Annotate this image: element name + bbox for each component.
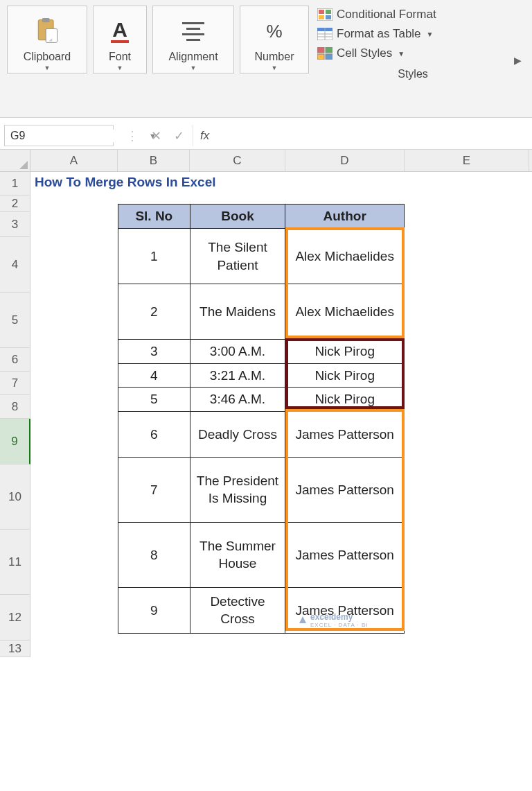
- cancel-icon[interactable]: ✕: [151, 128, 161, 144]
- cell-E10[interactable]: [405, 464, 529, 530]
- cell-book[interactable]: 3:46 A.M.: [190, 388, 285, 412]
- cell-no[interactable]: 7: [118, 457, 190, 522]
- row-header-12[interactable]: 12: [0, 595, 30, 641]
- cell-no[interactable]: 2: [118, 284, 190, 340]
- cell-A4[interactable]: [30, 237, 118, 293]
- select-all-corner[interactable]: [0, 150, 30, 172]
- cell-book[interactable]: The Silent Patient: [190, 229, 285, 284]
- name-box[interactable]: ▼: [4, 125, 114, 146]
- row-header-9[interactable]: 9: [0, 419, 30, 464]
- cell-E5[interactable]: [405, 293, 529, 348]
- cell-D13[interactable]: [285, 641, 405, 657]
- cell-book[interactable]: The Summer House: [190, 522, 285, 587]
- chevron-down-icon[interactable]: ▼: [117, 64, 123, 71]
- cell-A6[interactable]: [30, 348, 118, 372]
- row-header-2[interactable]: 2: [0, 195, 30, 212]
- cell-author[interactable]: James Patterson: [285, 522, 405, 587]
- cell-A2[interactable]: [30, 195, 118, 212]
- cell-E13[interactable]: [405, 641, 529, 657]
- cell-no[interactable]: 6: [118, 411, 190, 457]
- formula-input[interactable]: [216, 122, 532, 149]
- th-slno[interactable]: Sl. No: [118, 205, 190, 229]
- cell-E3[interactable]: [405, 212, 529, 237]
- cell-D1[interactable]: [285, 172, 405, 195]
- conditional-formatting-button[interactable]: Conditional Format: [317, 6, 508, 24]
- cell-E1[interactable]: [405, 172, 529, 195]
- cell-book[interactable]: 3:00 A.M.: [190, 340, 285, 364]
- cell-B13[interactable]: [118, 641, 190, 657]
- cell-E6[interactable]: [405, 348, 529, 372]
- chevron-down-icon[interactable]: ▼: [272, 64, 278, 71]
- fx-label[interactable]: fx: [193, 122, 216, 149]
- cell-E4[interactable]: [405, 237, 529, 293]
- cell-author[interactable]: Alex Michaelides: [285, 284, 405, 340]
- cell-author[interactable]: James Patterson: [285, 411, 405, 457]
- cell-A11[interactable]: [30, 530, 118, 595]
- conditional-format-label: Conditional Format: [337, 8, 436, 21]
- row-header-13[interactable]: 13: [0, 641, 30, 657]
- row-header-6[interactable]: 6: [0, 348, 30, 372]
- cell-A12[interactable]: [30, 595, 118, 641]
- cell-book[interactable]: The Maidens: [190, 284, 285, 340]
- cell-A8[interactable]: [30, 395, 118, 419]
- col-header-B[interactable]: B: [118, 150, 190, 171]
- cell-A5[interactable]: [30, 293, 118, 348]
- row-header-8[interactable]: 8: [0, 395, 30, 419]
- cell-E7[interactable]: [405, 372, 529, 395]
- cell-book[interactable]: Deadly Cross: [190, 411, 285, 457]
- cell-author[interactable]: James Patterson: [285, 457, 405, 522]
- cell-book[interactable]: 3:21 A.M.: [190, 363, 285, 388]
- col-header-E[interactable]: E: [405, 150, 529, 171]
- cell-E11[interactable]: [405, 530, 529, 595]
- th-book[interactable]: Book: [190, 205, 285, 229]
- svg-rect-14: [326, 47, 332, 53]
- cell-author[interactable]: Nick Pirog: [285, 340, 405, 364]
- cell-no[interactable]: 4: [118, 363, 190, 388]
- chevron-down-icon: ▼: [427, 31, 434, 38]
- cell-no[interactable]: 9: [118, 587, 190, 633]
- cell-A10[interactable]: [30, 464, 118, 530]
- col-header-C[interactable]: C: [190, 150, 285, 171]
- ribbon-expand-icon[interactable]: ▶: [514, 55, 525, 66]
- chevron-down-icon[interactable]: ▼: [190, 64, 197, 71]
- number-group[interactable]: % Number ▼: [240, 6, 309, 73]
- cell-E9[interactable]: [405, 419, 529, 464]
- cell-C13[interactable]: [190, 641, 285, 657]
- cell-no[interactable]: 1: [118, 229, 190, 284]
- cell-A1[interactable]: How To Merge Rows In Excel: [30, 172, 118, 195]
- cell-A3[interactable]: [30, 212, 118, 237]
- cell-no[interactable]: 3: [118, 340, 190, 364]
- cell-A9[interactable]: [30, 419, 118, 464]
- cell-E2[interactable]: [405, 195, 529, 212]
- col-header-D[interactable]: D: [285, 150, 405, 171]
- cell-book[interactable]: Detective Cross: [190, 587, 285, 633]
- cell-A13[interactable]: [30, 641, 118, 657]
- cell-E12[interactable]: [405, 595, 529, 641]
- cell-styles-button[interactable]: Cell Styles ▼: [317, 44, 508, 62]
- chevron-down-icon[interactable]: ▼: [44, 64, 51, 71]
- cell-A7[interactable]: [30, 372, 118, 395]
- col-header-A[interactable]: A: [30, 150, 118, 171]
- row-header-10[interactable]: 10: [0, 464, 30, 530]
- row-header-4[interactable]: 4: [0, 237, 30, 293]
- cell-C1[interactable]: [190, 172, 285, 195]
- cell-author[interactable]: Nick Pirog: [285, 388, 405, 412]
- row-header-1[interactable]: 1: [0, 172, 30, 195]
- cell-author[interactable]: Alex Michaelides: [285, 229, 405, 284]
- th-author[interactable]: Author: [285, 205, 405, 229]
- cell-B1[interactable]: [118, 172, 190, 195]
- font-group[interactable]: A Font ▼: [93, 6, 147, 73]
- clipboard-group[interactable]: Clipboard ▼: [7, 6, 87, 73]
- cell-author[interactable]: Nick Pirog: [285, 363, 405, 388]
- row-header-7[interactable]: 7: [0, 372, 30, 395]
- row-header-11[interactable]: 11: [0, 530, 30, 595]
- cell-book[interactable]: The President Is Missing: [190, 457, 285, 522]
- cell-no[interactable]: 8: [118, 522, 190, 587]
- cell-no[interactable]: 5: [118, 388, 190, 412]
- format-as-table-button[interactable]: Format as Table ▼: [317, 25, 508, 43]
- cell-E8[interactable]: [405, 395, 529, 419]
- row-header-5[interactable]: 5: [0, 293, 30, 348]
- enter-icon[interactable]: ✓: [174, 128, 184, 144]
- alignment-group[interactable]: Alignment ▼: [152, 6, 234, 73]
- row-header-3[interactable]: 3: [0, 212, 30, 237]
